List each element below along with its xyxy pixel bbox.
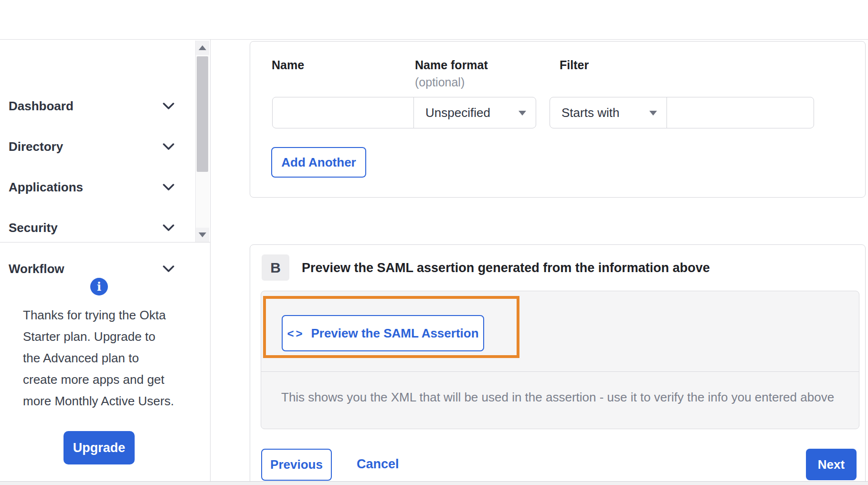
sidebar-item-label: Workflow <box>9 262 64 276</box>
previous-button[interactable]: Previous <box>261 449 332 481</box>
upsell-line: the Advanced plan to <box>23 348 185 369</box>
select-caret-icon <box>649 111 657 116</box>
preview-saml-assertion-button[interactable]: <> Preview the SAML Assertion <box>282 315 484 351</box>
arrow-up-icon <box>199 45 206 50</box>
next-button[interactable]: Next <box>806 449 857 480</box>
info-icon: i <box>90 278 108 295</box>
preview-note: This shows you the XML that will be used… <box>281 390 834 405</box>
chevron-down-icon <box>163 184 174 191</box>
sidebar-item-security[interactable]: Security <box>0 216 195 241</box>
upsell-line: more Monthly Active Users. <box>23 390 185 412</box>
sidebar-scrollbar-thumb[interactable] <box>197 56 208 172</box>
section-b-heading: Preview the SAML assertion generated fro… <box>302 261 710 275</box>
upsell-line: create more apps and get <box>23 369 185 390</box>
column-header-name: Name <box>272 58 304 72</box>
sidebar-item-directory[interactable]: Directory <box>0 135 195 159</box>
filter-operator-selected-value: Starts with <box>561 105 619 120</box>
column-header-filter: Filter <box>560 58 589 72</box>
upsell-line: Thanks for trying the Okta <box>23 305 185 326</box>
add-another-button[interactable]: Add Another <box>271 147 366 178</box>
top-header <box>0 0 868 40</box>
viewport-bottom-edge <box>0 481 868 485</box>
arrow-down-icon <box>199 232 206 237</box>
sidebar-item-dashboard[interactable]: Dashboard <box>0 94 195 119</box>
sidebar-item-label: Security <box>9 221 58 235</box>
panel-divider <box>261 371 859 372</box>
sidebar-item-label: Dashboard <box>9 99 74 114</box>
filter-value-input[interactable] <box>667 97 814 128</box>
attribute-name-input[interactable] <box>272 97 414 128</box>
select-caret-icon <box>519 111 526 116</box>
preview-button-label: Preview the SAML Assertion <box>311 326 478 341</box>
cancel-link[interactable]: Cancel <box>357 457 399 472</box>
filter-operator-select[interactable]: Starts with <box>550 97 667 128</box>
sidebar-item-label: Applications <box>9 180 83 195</box>
name-format-select[interactable]: Unspecified <box>413 97 536 128</box>
sidebar-item-label: Directory <box>9 139 63 154</box>
upsell-message: Thanks for trying the Okta Starter plan.… <box>23 305 185 412</box>
upgrade-button[interactable]: Upgrade <box>64 431 135 464</box>
scrollbar-up-button[interactable] <box>196 41 209 55</box>
chevron-down-icon <box>163 143 174 151</box>
column-header-optional-hint: (optional) <box>415 75 465 89</box>
code-icon: <> <box>287 327 304 340</box>
name-format-selected-value: Unspecified <box>425 105 490 120</box>
upsell-line: Starter plan. Upgrade to <box>23 326 185 348</box>
chevron-down-icon <box>163 265 174 273</box>
sidebar-nav-divider <box>0 242 211 242</box>
chevron-down-icon <box>163 224 174 232</box>
scrollbar-down-button[interactable] <box>196 228 209 242</box>
column-header-name-format: Name format <box>415 58 488 72</box>
sidebar-item-applications[interactable]: Applications <box>0 175 195 200</box>
step-b-badge: B <box>262 254 289 281</box>
chevron-down-icon <box>163 103 174 110</box>
